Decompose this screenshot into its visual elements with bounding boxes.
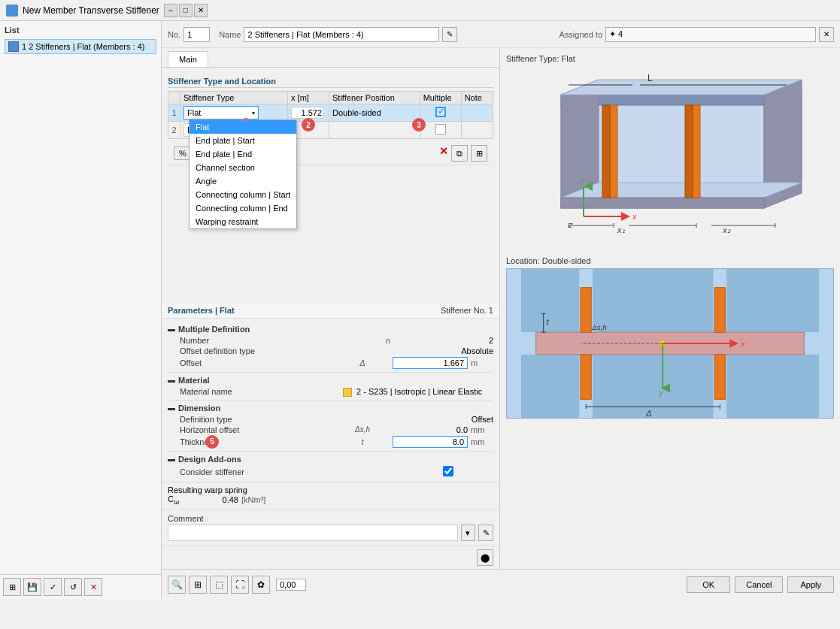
sidebar-btn-1[interactable]: ⊞: [3, 578, 21, 596]
param-def-type-label: Definition type: [180, 415, 373, 424]
material-group-header[interactable]: ▬ Material: [168, 376, 493, 385]
cancel-button[interactable]: Cancel: [735, 576, 783, 593]
svg-rect-43: [726, 355, 819, 418]
sidebar-btn-3[interactable]: ✓: [44, 578, 62, 596]
col-multiple-header: Multiple: [420, 92, 461, 104]
material-color-icon: [343, 388, 352, 397]
comment-expand-btn[interactable]: ▾: [461, 525, 476, 541]
comment-edit-btn[interactable]: ✎: [478, 525, 493, 541]
name-edit-button[interactable]: ✎: [442, 27, 457, 42]
minimize-button[interactable]: –: [164, 4, 177, 17]
row1-pos-cell[interactable]: Double-sided: [329, 104, 420, 122]
form-section: Stiffener Type and Location Stiffener Ty…: [162, 68, 499, 303]
row1-x-input[interactable]: [291, 107, 324, 119]
param-thickness-input[interactable]: [393, 436, 468, 448]
param-offset-input[interactable]: [393, 357, 468, 369]
row2-note-cell: [461, 122, 493, 139]
no-label: No.: [168, 30, 180, 39]
dropdown-item-channel[interactable]: Channel section: [190, 161, 296, 174]
ok-button[interactable]: OK: [687, 576, 730, 593]
row2-multiple-cell[interactable]: [420, 122, 461, 139]
material-value: 2 - S235 | Isotropic | Linear Elastic: [343, 387, 493, 397]
svg-rect-11: [561, 198, 764, 208]
diagram-panel: Stiffener Type: Flat: [500, 48, 840, 569]
comment-label: Comment: [168, 514, 493, 523]
design-addons-group-header[interactable]: ▬ Design Add-ons: [168, 455, 493, 464]
dropdown-item-flat[interactable]: Flat: [190, 120, 296, 134]
dropdown-item-conn-end[interactable]: Connecting column | End: [190, 201, 296, 215]
diagram-3d-label: Stiffener Type: Flat: [506, 54, 834, 63]
close-button[interactable]: ✕: [194, 4, 208, 17]
grid-btn[interactable]: ⊞: [471, 145, 487, 162]
dropdown-item-conn-start[interactable]: Connecting column | Start: [190, 188, 296, 201]
param-row-number: Number n 2: [168, 335, 493, 346]
coord-display: 0,00: [276, 579, 306, 591]
col-type-header: Stiffener Type: [180, 92, 288, 104]
svg-text:x: x: [740, 339, 745, 348]
bottom-right-buttons: OK Cancel Apply: [687, 576, 834, 593]
dropdown-item-endplate-end[interactable]: End plate | End: [190, 147, 296, 161]
row1-multiple-checkbox[interactable]: [435, 107, 446, 117]
delete-btn[interactable]: ✕: [439, 145, 448, 162]
dropdown-item-warp[interactable]: Warping restraint: [190, 215, 296, 228]
svg-marker-9: [561, 80, 802, 95]
bottom-icon-grid[interactable]: ⊞: [189, 576, 207, 594]
assigned-clear-button[interactable]: ✕: [819, 27, 834, 42]
params-no: Stiffener No. 1: [441, 306, 493, 315]
diagram-2d-svg: x y t Δs,h: [506, 268, 834, 419]
bottom-icon-search[interactable]: 🔍: [168, 576, 186, 594]
row2-pos-cell[interactable]: [329, 122, 420, 139]
comment-input[interactable]: [168, 525, 458, 541]
svg-rect-47: [714, 288, 725, 332]
svg-text:x₂: x₂: [722, 225, 731, 234]
no-input[interactable]: [183, 27, 210, 42]
row1-multiple-cell[interactable]: [420, 104, 461, 122]
svg-rect-42: [593, 355, 713, 418]
apply-button[interactable]: Apply: [787, 576, 834, 593]
bottom-icon-select[interactable]: ⛶: [231, 576, 249, 594]
sidebar-item-stiffener[interactable]: 1 2 Stiffeners | Flat (Members : 4): [5, 39, 156, 54]
row1-note-cell: [461, 104, 493, 122]
dropdown-item-angle[interactable]: Angle: [190, 174, 296, 188]
svg-text:Δs,h: Δs,h: [591, 323, 607, 331]
svg-text:y: y: [658, 388, 663, 397]
sidebar-btn-2[interactable]: 💾: [23, 578, 41, 596]
svg-rect-41: [521, 355, 579, 418]
bottom-icon-misc[interactable]: ✿: [252, 576, 270, 594]
param-row-horiz-offset: Horizontal offset Δs,h 0.0 mm: [168, 425, 493, 435]
name-input[interactable]: [244, 27, 439, 42]
toolbar-right: ✕ ⧉ ⊞: [439, 145, 487, 162]
top-fields: No. Name ✎ Assigned to ✕: [162, 21, 840, 48]
svg-text:Δ: Δ: [645, 409, 651, 418]
row2-multiple-checkbox[interactable]: [435, 124, 446, 135]
tab-main[interactable]: Main: [168, 51, 208, 67]
maximize-button[interactable]: □: [179, 4, 193, 17]
params-header: Parameters | Flat Stiffener No. 1: [162, 303, 499, 319]
diagram-export-btn[interactable]: ⬤: [477, 549, 493, 566]
dropdown-item-endplate-start[interactable]: End plate | Start: [190, 134, 296, 147]
material-label: Material: [178, 376, 210, 385]
sidebar-delete-btn[interactable]: ✕: [84, 578, 102, 596]
bottom-icon-box[interactable]: ⬚: [210, 576, 228, 594]
consider-stiffener-checkbox[interactable]: [443, 466, 453, 476]
material-name-row: Material name 2 - S235 | Isotropic | Lin…: [168, 386, 493, 398]
param-horiz-offset-label: Horizontal offset: [180, 425, 347, 434]
col-num-header: [168, 92, 180, 104]
multiple-def-group-header[interactable]: ▬ Multiple Definition: [168, 325, 493, 334]
assigned-input[interactable]: [605, 27, 816, 42]
stiffener-section-title: Stiffener Type and Location: [168, 77, 493, 88]
title-bar-buttons: – □ ✕: [164, 4, 208, 17]
no-group: No.: [168, 27, 210, 42]
title-bar: New Member Transverse Stiffener – □ ✕: [0, 0, 840, 21]
type-dropdown[interactable]: Flat End plate | Start End plate | End C…: [189, 119, 297, 229]
param-consider-value: [403, 466, 493, 478]
params-body: ▬ Multiple Definition Number n 2 Offset …: [162, 319, 499, 482]
form-panel: Main Stiffener Type and Location: [162, 48, 500, 569]
sidebar-btn-4[interactable]: ↺: [64, 578, 82, 596]
dimension-label: Dimension: [178, 404, 220, 413]
copy-btn[interactable]: ⧉: [451, 145, 468, 162]
form-bottom-toolbar: ⬤: [162, 546, 499, 569]
warp-unit: [kNm³]: [241, 495, 265, 504]
title-bar-text: New Member Transverse Stiffener: [23, 5, 159, 16]
dimension-group-header[interactable]: ▬ Dimension: [168, 404, 493, 413]
